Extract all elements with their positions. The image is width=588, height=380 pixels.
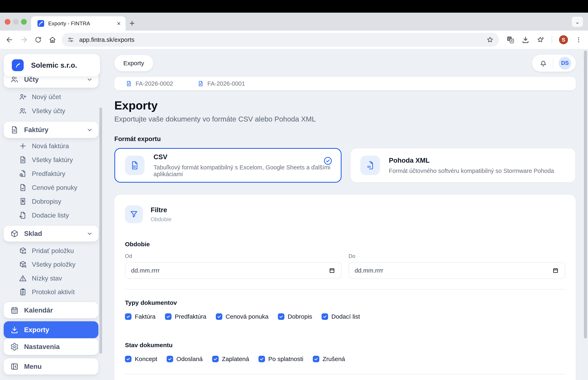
recent-documents-bar: FA-2026-0002 FA-2026-0001 bbox=[114, 77, 576, 90]
checkbox-faktura[interactable]: Faktúra bbox=[125, 313, 156, 320]
sidebar-item-nova-faktura[interactable]: Nová faktúra bbox=[19, 139, 69, 153]
user-avatar[interactable]: DS bbox=[559, 57, 571, 70]
site-settings-icon[interactable] bbox=[67, 36, 74, 43]
status-heading: Stav dokumentu bbox=[125, 342, 565, 349]
calendar-picker-icon[interactable] bbox=[329, 267, 336, 274]
chevron-down-icon bbox=[86, 76, 93, 83]
divider bbox=[125, 289, 565, 289]
sidebar-item-cenove-ponuky[interactable]: Cenové ponuky bbox=[19, 181, 77, 194]
tab-close-icon[interactable]: × bbox=[117, 20, 121, 27]
new-tab-button[interactable]: + bbox=[129, 19, 135, 28]
sidebar-item-menu[interactable]: Menu bbox=[4, 358, 98, 375]
sidebar: Solemic s.r.o. Účty Nový účet Všetky účt… bbox=[0, 49, 110, 380]
checkbox-zrusena[interactable]: Zrušená bbox=[313, 356, 345, 362]
format-card-csv[interactable]: CSV Tabuľkový formát kompatibilný s Exce… bbox=[114, 148, 342, 183]
window-close-button[interactable] bbox=[5, 19, 10, 25]
breadcrumb-pill[interactable]: Exporty bbox=[114, 55, 153, 71]
translate-icon[interactable]: G bbox=[506, 36, 514, 44]
date-to-label: Do bbox=[349, 253, 565, 259]
file-clock-icon bbox=[19, 170, 27, 178]
checkbox-checked-icon bbox=[216, 313, 222, 320]
date-to-input[interactable]: dd.mm.rrrr bbox=[349, 262, 565, 279]
checkbox-label: Dobropis bbox=[288, 313, 312, 320]
sidebar-item-vsetky-ucty[interactable]: Všetky účty bbox=[19, 104, 65, 118]
doc-types-row: Faktúra Predfaktúra Cenová ponuka Dobrop… bbox=[125, 313, 565, 320]
date-from-input[interactable]: dd.mm.rrrr bbox=[125, 262, 342, 279]
company-card[interactable]: Solemic s.r.o. bbox=[4, 54, 100, 76]
document-chip-label: FA-2026-0001 bbox=[208, 80, 245, 87]
filters-subtitle: Obdobie bbox=[151, 216, 171, 223]
tab-strip: Exporty - FINTRA × + ⌄ bbox=[0, 13, 588, 31]
bell-icon[interactable] bbox=[539, 59, 547, 67]
checkbox-odoslana[interactable]: Odoslaná bbox=[167, 356, 203, 362]
gear-icon bbox=[10, 342, 19, 351]
sidebar-item-predfaktury[interactable]: Predfaktúry bbox=[19, 167, 65, 181]
reload-icon[interactable] bbox=[31, 36, 45, 43]
sidebar-item-exporty[interactable]: Exporty bbox=[4, 321, 98, 338]
sidebar-item-protokol-aktivit[interactable]: Protokol aktivít bbox=[19, 285, 75, 299]
window-zoom-button[interactable] bbox=[21, 19, 27, 25]
funnel-icon bbox=[125, 205, 143, 223]
checkbox-label: Faktúra bbox=[135, 313, 156, 320]
checkbox-po-splatnosti[interactable]: Po splatnosti bbox=[258, 356, 303, 362]
sidebar-item-vsetky-faktury[interactable]: Všetky faktúry bbox=[19, 153, 73, 167]
sidebar-item-label: Nízky stav bbox=[32, 275, 62, 282]
app-root: Solemic s.r.o. Účty Nový účet Všetky účt… bbox=[0, 49, 588, 380]
sidebar-item-faktury[interactable]: Faktúry bbox=[4, 122, 98, 138]
document-chip[interactable]: FA-2026-0001 bbox=[198, 80, 245, 87]
format-name: CSV bbox=[153, 153, 332, 161]
checkbox-dobropis[interactable]: Dobropis bbox=[278, 313, 312, 320]
chevron-down-icon bbox=[86, 230, 93, 237]
plus-icon bbox=[19, 142, 27, 150]
download-icon[interactable] bbox=[522, 36, 530, 44]
forward-icon[interactable] bbox=[17, 36, 31, 44]
sidebar-item-kalendar[interactable]: Kalendár bbox=[4, 302, 98, 318]
clipboard-list-icon bbox=[19, 288, 27, 296]
divider bbox=[125, 374, 565, 374]
document-chip[interactable]: FA-2026-0002 bbox=[126, 80, 173, 87]
window-minimize-button[interactable] bbox=[13, 19, 19, 25]
checkbox-cenova-ponuka[interactable]: Cenová ponuka bbox=[216, 313, 269, 320]
period-heading: Obdobie bbox=[125, 241, 565, 248]
sidebar-item-nizky-stav[interactable]: Nízky stav bbox=[19, 271, 62, 285]
browser-tab[interactable]: Exporty - FINTRA × bbox=[31, 16, 126, 31]
user-pill: DS bbox=[532, 55, 576, 72]
format-description: Formát účtovného softvéru kompatibilný s… bbox=[389, 168, 554, 174]
back-icon[interactable] bbox=[2, 36, 17, 44]
format-description: Tabuľkový formát kompatibilný s Excelom,… bbox=[153, 164, 332, 178]
file-text-icon bbox=[19, 156, 27, 164]
checkbox-zaplatena[interactable]: Zaplatená bbox=[212, 356, 249, 362]
file-check-icon bbox=[19, 184, 27, 192]
home-icon[interactable] bbox=[45, 36, 60, 44]
browser-menu-icon[interactable] bbox=[575, 36, 582, 43]
window-scrollbar[interactable] bbox=[584, 51, 587, 338]
checkbox-predfaktura[interactable]: Predfaktúra bbox=[165, 313, 206, 320]
checkbox-checked-icon bbox=[212, 356, 219, 362]
sidebar-item-novy-ucet[interactable]: Nový účet bbox=[19, 90, 61, 104]
calendar-picker-icon[interactable] bbox=[552, 267, 559, 274]
sidebar-item-label: Cenové ponuky bbox=[32, 184, 77, 191]
download-icon bbox=[10, 325, 19, 334]
sidebar-item-label: Všetky faktúry bbox=[32, 156, 73, 164]
extension-star-icon[interactable] bbox=[537, 36, 545, 44]
file-icon bbox=[126, 80, 132, 87]
sidebar-item-dodacie-listy[interactable]: Dodacie listy bbox=[19, 208, 69, 222]
url-text[interactable]: app.fintra.sk/exports bbox=[79, 36, 486, 43]
checkbox-dodaci-list[interactable]: Dodací list bbox=[322, 313, 360, 320]
tab-search-button[interactable]: ⌄ bbox=[572, 17, 583, 27]
checkbox-label: Zrušená bbox=[323, 356, 345, 362]
checkbox-koncept[interactable]: Koncept bbox=[125, 356, 157, 362]
browser-profile-avatar[interactable]: S bbox=[559, 35, 568, 44]
user-plus-icon bbox=[19, 93, 27, 101]
bookmark-star-icon[interactable] bbox=[486, 36, 494, 43]
sidebar-item-vsetky-polozky[interactable]: Všetky položky bbox=[19, 257, 75, 271]
sidebar-item-dobropisy[interactable]: Dobropisy bbox=[19, 194, 61, 208]
format-card-pohoda-xml[interactable]: Pohoda XML Formát účtovného softvéru kom… bbox=[350, 148, 576, 183]
sidebar-scrollbar[interactable] bbox=[99, 107, 102, 354]
checkbox-label: Koncept bbox=[135, 356, 157, 362]
file-text-icon bbox=[10, 126, 19, 134]
sidebar-item-pridat-polozku[interactable]: Pridať položku bbox=[19, 244, 74, 258]
url-bar[interactable]: app.fintra.sk/exports bbox=[62, 33, 499, 47]
sidebar-item-sklad[interactable]: Sklad bbox=[4, 226, 98, 242]
sidebar-item-nastavenia[interactable]: Nastavenia bbox=[4, 338, 98, 355]
